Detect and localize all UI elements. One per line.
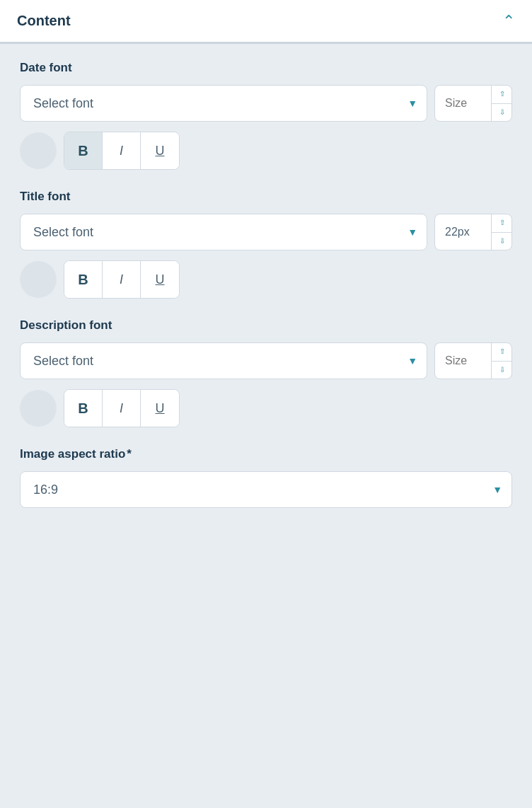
ratio-select-wrapper: 16:9 ▼	[20, 471, 512, 508]
description-size-spinners: ⇧ ⇩	[491, 342, 512, 379]
panel: Content ⌃ Date font Select font ▼ ⇧ ⇩	[0, 0, 532, 808]
date-italic-label: I	[120, 144, 123, 158]
date-size-input-wrapper: ⇧ ⇩	[434, 85, 512, 122]
panel-title: Content	[17, 13, 71, 29]
title-underline-label: U	[156, 272, 165, 287]
title-style-row: B I U	[20, 260, 512, 299]
date-underline-label: U	[156, 144, 165, 158]
date-italic-button[interactable]: I	[103, 132, 141, 169]
date-font-label: Date font	[20, 61, 512, 75]
title-bold-button[interactable]: B	[64, 261, 103, 298]
description-underline-button[interactable]: U	[141, 390, 179, 427]
description-font-label: Description font	[20, 318, 512, 333]
date-underline-button[interactable]: U	[141, 132, 179, 169]
title-font-select[interactable]: Select font	[20, 214, 427, 250]
description-italic-button[interactable]: I	[103, 390, 141, 427]
title-italic-button[interactable]: I	[103, 261, 141, 298]
description-bold-button[interactable]: B	[64, 390, 103, 427]
date-font-select-wrapper: Select font ▼	[20, 85, 427, 122]
title-font-row: Select font ▼ ⇧ ⇩	[20, 214, 512, 250]
description-size-up-button[interactable]: ⇧	[492, 342, 512, 362]
image-aspect-ratio-label: Image aspect ratio*	[20, 447, 512, 461]
title-bold-label: B	[78, 272, 88, 288]
date-style-row: B I U	[20, 132, 512, 170]
title-font-select-wrapper: Select font ▼	[20, 214, 427, 250]
title-size-input-wrapper: ⇧ ⇩	[434, 214, 512, 250]
title-size-spinners: ⇧ ⇩	[491, 214, 512, 250]
description-color-swatch[interactable]	[20, 390, 57, 427]
date-font-select[interactable]: Select font	[20, 85, 427, 122]
date-style-buttons: B I U	[64, 132, 180, 170]
date-font-row: Select font ▼ ⇧ ⇩	[20, 85, 512, 122]
title-font-label: Title font	[20, 190, 512, 204]
panel-header: Content ⌃	[0, 0, 532, 42]
description-font-row: Select font ▼ ⇧ ⇩	[20, 342, 512, 379]
title-size-up-button[interactable]: ⇧	[492, 214, 512, 233]
title-color-swatch[interactable]	[20, 261, 57, 298]
title-style-buttons: B I U	[64, 260, 180, 299]
chevron-up-icon[interactable]: ⌃	[502, 13, 515, 29]
description-style-buttons: B I U	[64, 389, 180, 427]
image-aspect-ratio-section: Image aspect ratio* 16:9 ▼	[20, 447, 512, 508]
title-underline-button[interactable]: U	[141, 261, 179, 298]
date-font-section: Date font Select font ▼ ⇧ ⇩	[20, 61, 512, 170]
description-font-select-wrapper: Select font ▼	[20, 342, 427, 379]
image-aspect-ratio-select[interactable]: 16:9	[20, 471, 512, 508]
title-font-section: Title font Select font ▼ ⇧ ⇩	[20, 190, 512, 299]
date-bold-button[interactable]: B	[64, 132, 103, 169]
content-body: Date font Select font ▼ ⇧ ⇩	[0, 44, 532, 531]
description-italic-label: I	[120, 401, 123, 416]
date-bold-label: B	[78, 143, 88, 159]
description-size-down-button[interactable]: ⇩	[492, 362, 512, 380]
date-size-down-button[interactable]: ⇩	[492, 104, 512, 122]
description-bold-label: B	[78, 400, 88, 417]
date-size-up-button[interactable]: ⇧	[492, 85, 512, 104]
description-style-row: B I U	[20, 389, 512, 427]
description-font-select[interactable]: Select font	[20, 342, 427, 379]
description-font-section: Description font Select font ▼ ⇧ ⇩	[20, 318, 512, 427]
required-star: *	[127, 447, 132, 461]
title-size-down-button[interactable]: ⇩	[492, 233, 512, 251]
date-size-spinners: ⇧ ⇩	[491, 85, 512, 122]
description-underline-label: U	[156, 401, 165, 416]
date-color-swatch[interactable]	[20, 132, 57, 169]
description-size-input-wrapper: ⇧ ⇩	[434, 342, 512, 379]
title-italic-label: I	[120, 272, 123, 287]
